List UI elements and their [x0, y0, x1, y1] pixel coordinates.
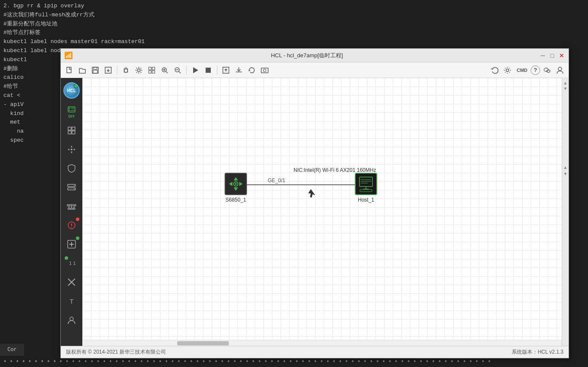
hcl-window: 📶 HCL - hcl_de7amp[临时工程] ─ □ ✕ — [60, 48, 569, 358]
svg-point-40 — [74, 189, 75, 190]
toolbar-help-btn[interactable]: ? — [531, 65, 540, 75]
svg-rect-46 — [71, 208, 72, 209]
svg-rect-7 — [149, 67, 151, 70]
toolbar-settings2-btn[interactable] — [501, 64, 513, 76]
svg-rect-35 — [72, 131, 75, 134]
svg-point-22 — [263, 69, 266, 72]
svg-rect-9 — [149, 71, 151, 73]
window-controls: ─ □ ✕ — [539, 52, 565, 59]
sidebar-item-layout[interactable] — [63, 122, 80, 139]
svg-point-63 — [235, 183, 237, 185]
collapse-down-arrow[interactable]: ▼ — [563, 86, 568, 91]
collapse-up-arrow[interactable]: ▲ — [563, 81, 568, 85]
copyright-text: 版权所有 © 2014-2021 新华三技术有限公司 — [66, 348, 166, 356]
toolbar-custom-btn[interactable] — [133, 64, 145, 76]
toolbar-snapshot-btn[interactable] — [120, 64, 132, 76]
host-label: Host_1 — [358, 197, 374, 203]
host-icon — [355, 173, 377, 195]
toolbar: CMD ? — [61, 62, 569, 78]
svg-rect-10 — [152, 71, 155, 73]
v-scroll-up[interactable]: ▲ — [563, 164, 569, 171]
toolbar-screen-btn[interactable] — [259, 64, 271, 76]
v-scroll-down[interactable]: ▼ — [563, 171, 569, 177]
sidebar-item-move[interactable] — [63, 141, 80, 158]
v-scroll-area: ▲ ▼ — [562, 164, 569, 177]
toolbar-open-btn[interactable] — [76, 64, 88, 76]
svg-point-36 — [71, 149, 72, 150]
maximize-button[interactable]: □ — [549, 52, 556, 59]
sidebar-item-user[interactable] — [63, 311, 80, 329]
scrollbar-thumb[interactable] — [177, 341, 229, 345]
svg-point-39 — [74, 185, 75, 186]
svg-rect-8 — [152, 67, 155, 70]
toolbar-refresh-btn[interactable] — [246, 64, 258, 76]
hcl-logo: HCL — [63, 81, 81, 100]
sidebar-item-storage[interactable] — [63, 179, 80, 196]
sidebar-item-diy[interactable]: DIY — [63, 103, 80, 120]
terminal-bottom-bar: * * * * * * * * * * * * * * * * * * * * … — [0, 358, 588, 367]
svg-rect-47 — [73, 208, 75, 209]
signal-icon: 📶 — [64, 51, 73, 59]
sidebar-item-status[interactable]: 1 1 — [63, 255, 80, 272]
svg-point-26 — [558, 67, 562, 71]
svg-marker-18 — [193, 67, 198, 73]
collapse-arrows: ▲ ▼ — [562, 78, 569, 346]
sidebar-item-add[interactable] — [63, 236, 80, 253]
horizontal-scrollbar[interactable] — [82, 340, 569, 346]
toolbar-import-btn[interactable] — [220, 64, 232, 76]
svg-line-16 — [179, 72, 181, 73]
svg-rect-0 — [67, 67, 71, 73]
canvas-grid — [82, 78, 569, 346]
sidebar: HCL DIY — [61, 78, 82, 346]
switch-icon — [225, 173, 247, 195]
svg-rect-34 — [68, 131, 71, 134]
svg-point-23 — [506, 69, 509, 72]
svg-point-29 — [69, 109, 70, 111]
cor-label: Cor — [0, 344, 24, 356]
toolbar-zoom-in-btn[interactable] — [159, 64, 171, 76]
toolbar-stop-btn[interactable] — [202, 64, 214, 76]
status-bar: 版权所有 © 2014-2021 新华三技术有限公司 系统版本：HCL v2.1… — [61, 346, 569, 358]
canvas-area[interactable]: GE_0/1 NIC:Intel(R) Wi-Fi 6 AX201 160MHz — [82, 78, 569, 346]
toolbar-zoom-out-btn[interactable] — [172, 64, 184, 76]
switch-s6850[interactable]: S6850_1 — [225, 173, 247, 203]
svg-rect-33 — [72, 127, 75, 130]
toolbar-user-btn[interactable] — [554, 64, 566, 76]
sidebar-item-shield[interactable] — [63, 160, 80, 177]
sidebar-item-disconnect[interactable] — [63, 274, 80, 291]
sidebar-item-network[interactable] — [63, 198, 80, 215]
toolbar-cmd-btn[interactable]: CMD — [514, 64, 530, 76]
version-text: 系统版本：HCL v2.1.3 — [512, 348, 563, 356]
toolbar-new-btn[interactable] — [63, 64, 75, 76]
sidebar-item-warning[interactable] — [63, 217, 80, 234]
svg-rect-3 — [93, 70, 97, 73]
toolbar-undo-btn[interactable] — [488, 64, 500, 76]
toolbar-export-btn[interactable] — [102, 64, 114, 76]
toolbar-wechat-btn[interactable] — [541, 64, 553, 76]
host-1[interactable]: Host_1 — [355, 173, 377, 203]
sidebar-item-type[interactable]: T — [63, 292, 80, 310]
svg-rect-32 — [68, 127, 71, 130]
svg-rect-19 — [206, 68, 211, 73]
minimize-button[interactable]: ─ — [539, 52, 546, 59]
title-bar: 📶 HCL - hcl_de7amp[临时工程] ─ □ ✕ — [61, 49, 569, 62]
svg-rect-21 — [261, 68, 268, 73]
svg-point-5 — [124, 69, 128, 72]
close-button[interactable]: ✕ — [558, 52, 565, 59]
diy-label: DIY — [68, 114, 75, 118]
status-count: 1 1 — [69, 261, 75, 266]
switch-label: S6850_1 — [225, 197, 246, 203]
toolbar-play-btn[interactable] — [189, 64, 201, 76]
window-title: HCL - hcl_de7amp[临时工程] — [75, 52, 539, 59]
svg-point-56 — [70, 317, 73, 320]
svg-point-6 — [138, 69, 140, 72]
toolbar-export2-btn[interactable] — [233, 64, 245, 76]
svg-point-50 — [71, 227, 72, 227]
svg-point-28 — [69, 107, 70, 109]
svg-line-12 — [166, 72, 168, 73]
toolbar-grid-btn[interactable] — [146, 64, 158, 76]
svg-rect-45 — [68, 208, 70, 209]
toolbar-save-btn[interactable] — [89, 64, 101, 76]
